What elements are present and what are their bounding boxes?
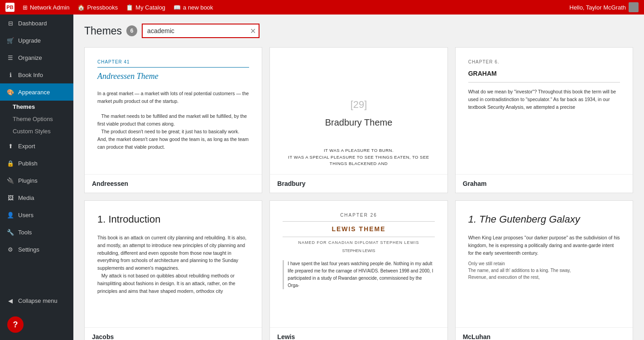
tools-icon: 🔧: [6, 228, 14, 236]
bookinfo-icon: ℹ: [6, 71, 14, 79]
jacobs-body: This book is an attack on current city p…: [97, 234, 249, 295]
search-wrapper: ✕: [142, 24, 260, 38]
graham-body: What do we mean by "investor"? Throughou…: [468, 88, 620, 111]
sidebar-item-users[interactable]: 👤 Users: [0, 206, 73, 223]
bradbury-name: Bradbury: [270, 175, 447, 193]
network-admin-icon: ⊞: [23, 4, 28, 11]
sidebar-item-tools[interactable]: 🔧 Tools: [0, 223, 73, 241]
theme-card-andreessen[interactable]: CHAPTER 41 Andreessen Theme In a great m…: [84, 47, 262, 193]
mcluhan-body: When King Lear proposes "our darker purp…: [468, 234, 620, 257]
export-icon: ⬆: [6, 142, 14, 150]
bradbury-title: Bradbury Theme: [325, 116, 393, 129]
plugins-icon: 🔌: [6, 176, 14, 185]
topbar-left: PB ⊞ Network Admin 🏠 Pressbooks 📋 My Cat…: [5, 3, 213, 12]
andreessen-chap-title: Andreessen Theme: [97, 70, 249, 83]
collapse-icon: ◀: [6, 296, 14, 305]
sidebar-item-media[interactable]: 🖼 Media: [0, 189, 73, 206]
sidebar-sub-theme-options[interactable]: Theme Options: [0, 113, 73, 125]
sidebar-item-dashboard[interactable]: ⊟ Dashboard: [0, 15, 73, 32]
upgrade-icon: 🛒: [6, 36, 14, 44]
sidebar-item-appearance[interactable]: 🎨 Appearance: [0, 83, 73, 101]
organize-icon: ☰: [6, 53, 14, 62]
theme-card-jacobs[interactable]: 1. Introduction This book is an attack o…: [84, 200, 262, 340]
topbar-new-book[interactable]: 📖 a new book: [173, 4, 213, 11]
sidebar-item-export[interactable]: ⬆ Export: [0, 137, 73, 155]
graham-chap-label: CHAPTER 6.: [468, 58, 620, 65]
theme-preview-mcluhan: 1. The Gutenberg Galaxy When King Lear p…: [456, 201, 633, 328]
lewis-theme-title: LEWIS THEME: [283, 221, 434, 237]
mcluhan-small: Only we still retainThe name, and all th…: [468, 260, 620, 281]
catalog-icon: 📋: [126, 4, 133, 11]
sidebar-item-publish[interactable]: 🔒 Publish: [0, 155, 73, 172]
pressbooks-icon: 🏠: [77, 4, 85, 11]
topbar-pressbooks[interactable]: 🏠 Pressbooks: [77, 4, 118, 11]
mcluhan-title: 1. The Gutenberg Galaxy: [468, 212, 620, 227]
lewis-chap-label: Chapter 26: [283, 212, 434, 219]
lewis-name: Lewis: [270, 328, 447, 340]
themes-grid: CHAPTER 41 Andreessen Theme In a great m…: [84, 47, 633, 340]
users-icon: 👤: [6, 211, 14, 219]
andreessen-name: Andreessen: [85, 175, 262, 193]
search-clear-button[interactable]: ✕: [250, 27, 256, 35]
lewis-subtitle: NAMED FOR CANADIAN DIPLOMAT STEPHEN LEWI…: [283, 240, 434, 246]
book-icon: 📖: [173, 4, 181, 11]
layout: ⊟ Dashboard 🛒 Upgrade ☰ Organize ℹ Book …: [0, 15, 644, 340]
sidebar-sub-themes[interactable]: Themes: [0, 101, 73, 113]
avatar[interactable]: [629, 2, 639, 12]
sidebar-sub-custom-styles[interactable]: Custom Styles: [0, 125, 73, 137]
topbar: PB ⊞ Network Admin 🏠 Pressbooks 📋 My Cat…: [0, 0, 644, 15]
theme-card-graham[interactable]: CHAPTER 6. GRAHAM What do we mean by "in…: [455, 47, 633, 193]
graham-title: GRAHAM: [468, 69, 620, 83]
lewis-body: I have spent the last four years watchin…: [283, 260, 434, 289]
graham-name: Graham: [456, 175, 633, 193]
publish-icon: 🔒: [6, 159, 14, 167]
jacobs-name: Jacobs: [85, 328, 262, 340]
theme-card-bradbury[interactable]: [29] Bradbury Theme IT WAS A PLEASURE TO…: [269, 47, 447, 193]
greeting-text: Hello, Taylor McGrath: [569, 4, 626, 11]
andreessen-body: In a great market — a market with lots o…: [97, 90, 249, 151]
jacobs-title: 1. Introduction: [97, 212, 249, 227]
theme-card-lewis[interactable]: Chapter 26 LEWIS THEME NAMED FOR CANADIA…: [269, 200, 447, 340]
theme-card-mcluhan[interactable]: 1. The Gutenberg Galaxy When King Lear p…: [455, 200, 633, 340]
sidebar-collapse[interactable]: ◀ Collapse menu: [0, 292, 73, 309]
search-input[interactable]: [142, 24, 260, 38]
lewis-author: STEPHEN LEWIS: [283, 248, 434, 254]
page-header: Themes 6 ✕: [84, 24, 633, 38]
theme-preview-lewis: Chapter 26 LEWIS THEME NAMED FOR CANADIA…: [270, 201, 447, 328]
sidebar-item-settings[interactable]: ⚙ Settings: [0, 241, 73, 258]
sidebar-item-plugins[interactable]: 🔌 Plugins: [0, 172, 73, 189]
sidebar: ⊟ Dashboard 🛒 Upgrade ☰ Organize ℹ Book …: [0, 15, 73, 340]
topbar-right: Hello, Taylor McGrath: [569, 2, 639, 12]
pb-logo[interactable]: PB: [5, 3, 14, 12]
sidebar-item-book-info[interactable]: ℹ Book Info: [0, 66, 73, 83]
sidebar-item-upgrade[interactable]: 🛒 Upgrade: [0, 32, 73, 49]
andreessen-chap-label: CHAPTER 41: [97, 58, 249, 68]
topbar-network-admin[interactable]: ⊞ Network Admin: [23, 4, 69, 11]
main-content: Themes 6 ✕ CHAPTER 41 Andreessen Theme I…: [73, 15, 644, 340]
theme-preview-jacobs: 1. Introduction This book is an attack o…: [85, 201, 262, 328]
theme-preview-andreessen: CHAPTER 41 Andreessen Theme In a great m…: [85, 48, 262, 175]
topbar-my-catalog[interactable]: 📋 My Catalog: [126, 4, 165, 11]
theme-count-badge: 6: [126, 25, 137, 36]
bradbury-footer: IT WAS A PLEASURE TO BURN.It was a speci…: [283, 147, 434, 167]
appearance-icon: 🎨: [6, 88, 14, 96]
settings-icon: ⚙: [6, 245, 14, 253]
theme-preview-graham: CHAPTER 6. GRAHAM What do we mean by "in…: [456, 48, 633, 175]
theme-preview-bradbury: [29] Bradbury Theme IT WAS A PLEASURE TO…: [270, 48, 447, 175]
mcluhan-name: McLuhan: [456, 328, 633, 340]
bradbury-num: [29]: [351, 97, 367, 112]
help-button[interactable]: ?: [7, 316, 24, 333]
sidebar-item-organize[interactable]: ☰ Organize: [0, 49, 73, 66]
page-title: Themes: [84, 25, 122, 37]
dashboard-icon: ⊟: [6, 19, 14, 27]
media-icon: 🖼: [6, 194, 14, 202]
